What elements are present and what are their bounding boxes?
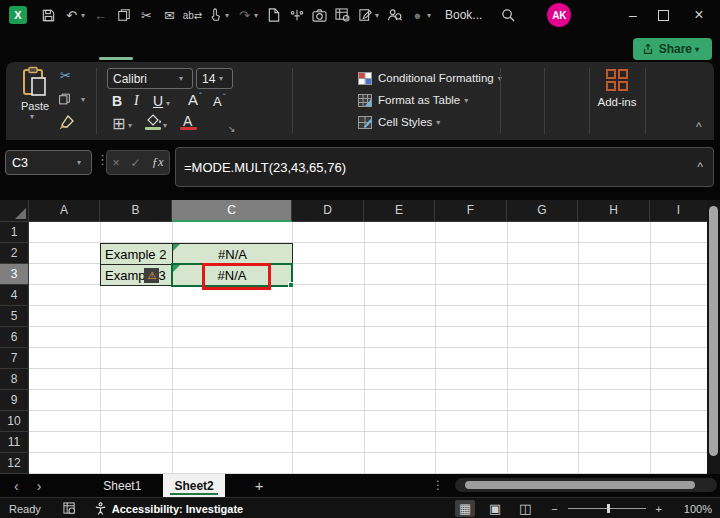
cell-styles-button[interactable]: Cell Styles ▾ (358, 113, 444, 131)
column-header-D[interactable]: D (292, 200, 364, 222)
bold-button[interactable]: B (112, 93, 122, 109)
cell-C2[interactable]: #N/A (172, 243, 293, 265)
font-dialog-launcher[interactable]: ↘ (228, 124, 236, 134)
search-icon[interactable] (496, 8, 519, 22)
underline-chevron-icon[interactable]: ▾ (166, 99, 174, 108)
insert-function-button[interactable]: ƒx (152, 155, 164, 170)
copy-button[interactable]: ▾ (58, 92, 89, 106)
page-layout-view-button[interactable]: ▣ (485, 500, 505, 517)
copy-icon[interactable] (112, 8, 135, 22)
column-header-C[interactable]: C (172, 200, 292, 222)
fill-color-chevron-icon[interactable]: ▾ (163, 121, 171, 130)
horizontal-scrollbar[interactable] (455, 478, 717, 492)
vertical-scrollbar-thumb[interactable] (709, 206, 718, 456)
format-as-table-button[interactable]: Format as Table ▾ (358, 91, 472, 109)
prev-sheet-button[interactable]: ‹ (14, 478, 19, 494)
accessibility-status-label[interactable]: Accessibility: Investigate (112, 503, 243, 515)
form-pen-icon[interactable] (354, 8, 377, 22)
vertical-scrollbar[interactable] (707, 200, 720, 474)
row-header-11[interactable]: 11 (0, 432, 29, 453)
form-dropdown-icon[interactable]: ▾ (375, 11, 383, 20)
addins-button[interactable]: Add-ins (594, 68, 640, 108)
cell-B2[interactable]: Example 2 (100, 243, 173, 265)
cut-icon[interactable]: ✂ (135, 8, 158, 23)
pin-icon[interactable] (285, 8, 308, 22)
row-header-9[interactable]: 9 (0, 390, 29, 411)
column-header-A[interactable]: A (29, 200, 100, 222)
draw-touch-icon[interactable] (204, 8, 227, 22)
error-warning-icon[interactable]: ⚠ (144, 268, 159, 283)
zoom-in-button[interactable]: + (656, 503, 662, 515)
underline-button[interactable]: U (153, 93, 163, 109)
select-all-button[interactable] (0, 200, 29, 222)
formula-text[interactable]: =MODE.MULT(23,43,65,76) (176, 160, 697, 175)
row-header-8[interactable]: 8 (0, 369, 29, 390)
zoom-slider[interactable] (568, 508, 646, 509)
cut-button[interactable]: ✂ (60, 68, 71, 83)
column-header-I[interactable]: I (650, 200, 707, 222)
column-header-E[interactable]: E (364, 200, 435, 222)
row-header-2[interactable]: 2 (0, 243, 29, 264)
column-header-H[interactable]: H (578, 200, 650, 222)
share-button[interactable]: Share ▾ (633, 38, 712, 60)
table-search-icon[interactable] (331, 8, 354, 22)
row-header-5[interactable]: 5 (0, 306, 29, 327)
maximize-button[interactable] (648, 0, 678, 30)
zoom-out-button[interactable]: − (551, 503, 557, 515)
undo-dropdown-icon[interactable]: ▾ (81, 11, 89, 20)
tab-sheet1[interactable]: Sheet1 (93, 479, 151, 493)
zoom-slider-thumb[interactable] (607, 504, 610, 513)
normal-view-button[interactable]: ▦ (455, 500, 475, 517)
page-break-view-button[interactable]: ◫ (515, 500, 535, 517)
row-header-1[interactable]: 1 (0, 222, 29, 243)
font-size-select[interactable]: 14 ▾ (196, 68, 233, 89)
name-box[interactable]: C3 ▾ (5, 150, 92, 175)
account-avatar[interactable]: AK (547, 3, 571, 27)
italic-button[interactable]: I (134, 93, 139, 109)
row-header-4[interactable]: 4 (0, 285, 29, 306)
toolbar-overflow-icon[interactable]: ▾ (427, 11, 435, 20)
name-box-chevron-icon[interactable]: ▾ (77, 158, 85, 167)
column-header-F[interactable]: F (435, 200, 507, 222)
column-header-B[interactable]: B (100, 200, 172, 222)
close-button[interactable]: × (684, 0, 714, 30)
row-header-7[interactable]: 7 (0, 348, 29, 369)
paste-button[interactable]: Paste ▾ (14, 66, 56, 136)
horizontal-scrollbar-thumb[interactable] (465, 481, 695, 489)
grow-font-button[interactable]: Aˆ (188, 91, 202, 108)
camera-icon[interactable] (308, 9, 331, 22)
font-name-select[interactable]: Calibri ▾ (107, 68, 193, 89)
document-title[interactable]: Book... (445, 8, 482, 22)
expand-formula-bar-icon[interactable]: ^ (697, 160, 703, 174)
row-header-3[interactable]: 3 (0, 264, 29, 285)
fill-handle[interactable] (288, 282, 294, 288)
shrink-font-button[interactable]: Aˇ (213, 92, 226, 109)
new-file-icon[interactable] (262, 8, 285, 22)
row-header-10[interactable]: 10 (0, 411, 29, 432)
collapse-ribbon-button[interactable]: ^ (696, 120, 702, 134)
format-painter-button[interactable] (58, 115, 74, 131)
fill-color-button[interactable] (146, 114, 162, 126)
cell-B3[interactable]: Examp ⚠ 3 (100, 264, 173, 286)
tab-sheet2-active[interactable]: Sheet2 (163, 474, 224, 497)
accessibility-icon[interactable] (94, 502, 107, 515)
record-icon[interactable]: ● (406, 8, 429, 23)
next-sheet-button[interactable]: › (37, 478, 42, 494)
row-header-6[interactable]: 6 (0, 327, 29, 348)
borders-button[interactable]: ⊞ (112, 114, 125, 133)
add-sheet-button[interactable]: + (255, 477, 264, 494)
macro-record-icon[interactable] (63, 502, 76, 515)
minimize-button[interactable]: – (618, 0, 648, 30)
zoom-level[interactable]: 100% (670, 503, 712, 515)
formula-bar[interactable]: =MODE.MULT(23,43,65,76) ^ (175, 147, 714, 187)
people-search-icon[interactable] (383, 8, 406, 22)
draw-dropdown-icon[interactable]: ▾ (225, 11, 233, 20)
column-header-G[interactable]: G (507, 200, 578, 222)
email-icon[interactable]: ✉ (158, 8, 181, 23)
undo-icon[interactable]: ↶ (60, 8, 83, 23)
save-icon[interactable] (37, 8, 60, 23)
row-header-12[interactable]: 12 (0, 453, 29, 474)
conditional-formatting-button[interactable]: Conditional Formatting ▾ (358, 69, 506, 87)
borders-chevron-icon[interactable]: ▾ (128, 121, 136, 130)
find-replace-icon[interactable]: ab⇄ (181, 10, 204, 21)
